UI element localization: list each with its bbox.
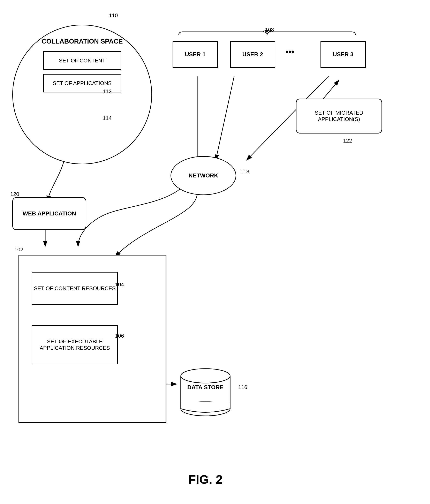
data-store-label: DATA STORE bbox=[177, 384, 234, 391]
set-of-content-box: SET OF CONTENT bbox=[43, 51, 121, 70]
figure-label: FIG. 2 bbox=[164, 472, 247, 486]
collaboration-space-circle: COLLABORATION SPACE SET OF CONTENT SET O… bbox=[12, 25, 152, 164]
ref-110: 110 bbox=[109, 12, 118, 19]
ref-104: 104 bbox=[115, 281, 124, 288]
ref-116: 116 bbox=[238, 384, 247, 390]
server-box: SET OF CONTENT RESOURCES SET OF EXECUTAB… bbox=[18, 255, 166, 423]
network-ellipse: NETWORK bbox=[171, 156, 236, 195]
content-resources-box: SET OF CONTENT RESOURCES bbox=[32, 272, 118, 305]
web-application-box: WEB APPLICATION bbox=[12, 197, 86, 230]
user2-box: USER 2 bbox=[230, 41, 275, 68]
ref-102: 102 bbox=[14, 246, 23, 253]
ref-120: 120 bbox=[10, 191, 19, 197]
user3-box: USER 3 bbox=[320, 41, 366, 68]
cylinder-svg bbox=[177, 366, 234, 419]
ref-114: 114 bbox=[103, 115, 111, 121]
diagram-container: 110 COLLABORATION SPACE SET OF CONTENT S… bbox=[0, 0, 430, 504]
user1-box: USER 1 bbox=[173, 41, 218, 68]
dots-label: ••• bbox=[285, 47, 294, 56]
svg-rect-12 bbox=[181, 402, 230, 409]
data-store-cylinder: DATA STORE bbox=[177, 366, 234, 420]
collaboration-space-label: COLLABORATION SPACE bbox=[42, 38, 123, 45]
migrated-apps-box: SET OF MIGRATED APPLICATION(S) bbox=[296, 99, 382, 134]
svg-point-10 bbox=[181, 369, 230, 383]
svg-line-3 bbox=[216, 76, 234, 160]
ref-112: 112 bbox=[103, 88, 111, 95]
ref-118: 118 bbox=[240, 168, 249, 175]
ref-108: 108 bbox=[265, 27, 274, 33]
ref-122: 122 bbox=[343, 138, 352, 144]
executable-resources-box: SET OF EXECUTABLE APPLICATION RESOURCES bbox=[32, 325, 118, 364]
ref-106: 106 bbox=[115, 333, 124, 339]
